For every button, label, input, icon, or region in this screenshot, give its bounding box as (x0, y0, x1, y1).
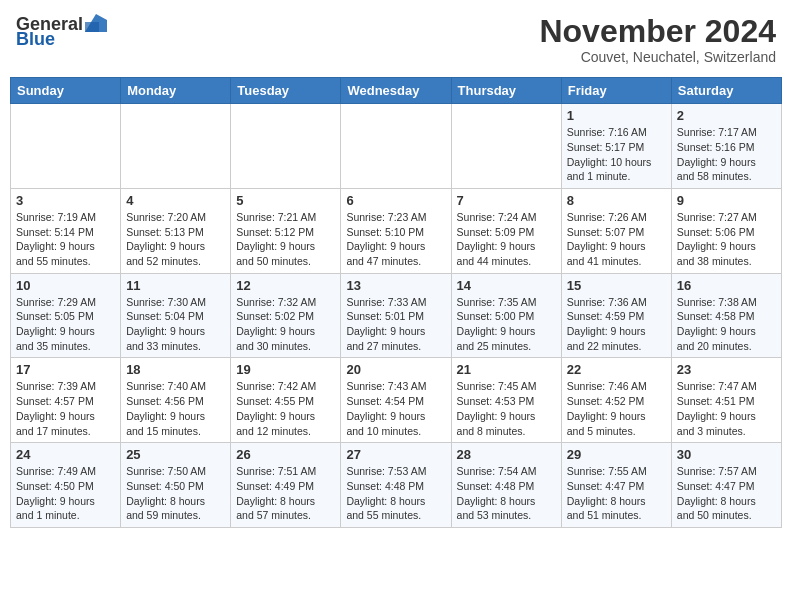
page-header: General Blue November 2024 Couvet, Neuch… (10, 10, 782, 69)
weekday-header-sunday: Sunday (11, 78, 121, 104)
day-number: 14 (457, 278, 556, 293)
day-info: Sunrise: 7:53 AM Sunset: 4:48 PM Dayligh… (346, 464, 445, 523)
weekday-header-wednesday: Wednesday (341, 78, 451, 104)
calendar-header: SundayMondayTuesdayWednesdayThursdayFrid… (11, 78, 782, 104)
weekday-header-thursday: Thursday (451, 78, 561, 104)
calendar-cell: 8Sunrise: 7:26 AM Sunset: 5:07 PM Daylig… (561, 188, 671, 273)
weekday-header-tuesday: Tuesday (231, 78, 341, 104)
day-number: 18 (126, 362, 225, 377)
day-number: 3 (16, 193, 115, 208)
calendar-cell: 1Sunrise: 7:16 AM Sunset: 5:17 PM Daylig… (561, 104, 671, 189)
logo: General Blue (16, 14, 107, 50)
day-info: Sunrise: 7:46 AM Sunset: 4:52 PM Dayligh… (567, 379, 666, 438)
day-number: 6 (346, 193, 445, 208)
day-number: 12 (236, 278, 335, 293)
calendar-cell: 3Sunrise: 7:19 AM Sunset: 5:14 PM Daylig… (11, 188, 121, 273)
calendar-cell: 27Sunrise: 7:53 AM Sunset: 4:48 PM Dayli… (341, 443, 451, 528)
day-number: 16 (677, 278, 776, 293)
day-number: 11 (126, 278, 225, 293)
weekday-header-monday: Monday (121, 78, 231, 104)
day-number: 19 (236, 362, 335, 377)
calendar-cell (341, 104, 451, 189)
calendar-cell: 22Sunrise: 7:46 AM Sunset: 4:52 PM Dayli… (561, 358, 671, 443)
day-info: Sunrise: 7:38 AM Sunset: 4:58 PM Dayligh… (677, 295, 776, 354)
calendar-cell: 23Sunrise: 7:47 AM Sunset: 4:51 PM Dayli… (671, 358, 781, 443)
calendar-week-5: 24Sunrise: 7:49 AM Sunset: 4:50 PM Dayli… (11, 443, 782, 528)
calendar-week-4: 17Sunrise: 7:39 AM Sunset: 4:57 PM Dayli… (11, 358, 782, 443)
day-number: 8 (567, 193, 666, 208)
day-number: 15 (567, 278, 666, 293)
calendar-cell: 5Sunrise: 7:21 AM Sunset: 5:12 PM Daylig… (231, 188, 341, 273)
day-info: Sunrise: 7:24 AM Sunset: 5:09 PM Dayligh… (457, 210, 556, 269)
day-number: 28 (457, 447, 556, 462)
day-number: 9 (677, 193, 776, 208)
calendar-cell: 24Sunrise: 7:49 AM Sunset: 4:50 PM Dayli… (11, 443, 121, 528)
logo-icon (85, 14, 107, 32)
day-info: Sunrise: 7:57 AM Sunset: 4:47 PM Dayligh… (677, 464, 776, 523)
day-number: 27 (346, 447, 445, 462)
calendar-cell: 19Sunrise: 7:42 AM Sunset: 4:55 PM Dayli… (231, 358, 341, 443)
day-number: 25 (126, 447, 225, 462)
calendar-cell (121, 104, 231, 189)
calendar-cell: 9Sunrise: 7:27 AM Sunset: 5:06 PM Daylig… (671, 188, 781, 273)
calendar-cell (231, 104, 341, 189)
calendar-cell: 18Sunrise: 7:40 AM Sunset: 4:56 PM Dayli… (121, 358, 231, 443)
day-info: Sunrise: 7:35 AM Sunset: 5:00 PM Dayligh… (457, 295, 556, 354)
day-info: Sunrise: 7:49 AM Sunset: 4:50 PM Dayligh… (16, 464, 115, 523)
calendar-cell: 4Sunrise: 7:20 AM Sunset: 5:13 PM Daylig… (121, 188, 231, 273)
weekday-header-row: SundayMondayTuesdayWednesdayThursdayFrid… (11, 78, 782, 104)
day-info: Sunrise: 7:42 AM Sunset: 4:55 PM Dayligh… (236, 379, 335, 438)
day-info: Sunrise: 7:51 AM Sunset: 4:49 PM Dayligh… (236, 464, 335, 523)
day-number: 2 (677, 108, 776, 123)
month-title: November 2024 (539, 14, 776, 49)
calendar-cell: 20Sunrise: 7:43 AM Sunset: 4:54 PM Dayli… (341, 358, 451, 443)
calendar-cell: 2Sunrise: 7:17 AM Sunset: 5:16 PM Daylig… (671, 104, 781, 189)
calendar-cell: 30Sunrise: 7:57 AM Sunset: 4:47 PM Dayli… (671, 443, 781, 528)
day-info: Sunrise: 7:17 AM Sunset: 5:16 PM Dayligh… (677, 125, 776, 184)
calendar-table: SundayMondayTuesdayWednesdayThursdayFrid… (10, 77, 782, 528)
calendar-cell: 11Sunrise: 7:30 AM Sunset: 5:04 PM Dayli… (121, 273, 231, 358)
day-info: Sunrise: 7:36 AM Sunset: 4:59 PM Dayligh… (567, 295, 666, 354)
day-info: Sunrise: 7:54 AM Sunset: 4:48 PM Dayligh… (457, 464, 556, 523)
day-info: Sunrise: 7:19 AM Sunset: 5:14 PM Dayligh… (16, 210, 115, 269)
day-info: Sunrise: 7:33 AM Sunset: 5:01 PM Dayligh… (346, 295, 445, 354)
calendar-cell: 25Sunrise: 7:50 AM Sunset: 4:50 PM Dayli… (121, 443, 231, 528)
day-info: Sunrise: 7:26 AM Sunset: 5:07 PM Dayligh… (567, 210, 666, 269)
day-info: Sunrise: 7:50 AM Sunset: 4:50 PM Dayligh… (126, 464, 225, 523)
calendar-cell: 29Sunrise: 7:55 AM Sunset: 4:47 PM Dayli… (561, 443, 671, 528)
calendar-cell: 16Sunrise: 7:38 AM Sunset: 4:58 PM Dayli… (671, 273, 781, 358)
calendar-week-2: 3Sunrise: 7:19 AM Sunset: 5:14 PM Daylig… (11, 188, 782, 273)
day-info: Sunrise: 7:39 AM Sunset: 4:57 PM Dayligh… (16, 379, 115, 438)
calendar-body: 1Sunrise: 7:16 AM Sunset: 5:17 PM Daylig… (11, 104, 782, 528)
calendar-cell: 15Sunrise: 7:36 AM Sunset: 4:59 PM Dayli… (561, 273, 671, 358)
calendar-cell: 17Sunrise: 7:39 AM Sunset: 4:57 PM Dayli… (11, 358, 121, 443)
calendar-week-3: 10Sunrise: 7:29 AM Sunset: 5:05 PM Dayli… (11, 273, 782, 358)
day-info: Sunrise: 7:32 AM Sunset: 5:02 PM Dayligh… (236, 295, 335, 354)
day-number: 5 (236, 193, 335, 208)
day-info: Sunrise: 7:27 AM Sunset: 5:06 PM Dayligh… (677, 210, 776, 269)
day-number: 17 (16, 362, 115, 377)
calendar-cell: 7Sunrise: 7:24 AM Sunset: 5:09 PM Daylig… (451, 188, 561, 273)
day-info: Sunrise: 7:47 AM Sunset: 4:51 PM Dayligh… (677, 379, 776, 438)
day-number: 23 (677, 362, 776, 377)
weekday-header-friday: Friday (561, 78, 671, 104)
svg-marker-1 (85, 22, 99, 32)
day-info: Sunrise: 7:40 AM Sunset: 4:56 PM Dayligh… (126, 379, 225, 438)
day-number: 22 (567, 362, 666, 377)
day-number: 7 (457, 193, 556, 208)
day-info: Sunrise: 7:23 AM Sunset: 5:10 PM Dayligh… (346, 210, 445, 269)
day-number: 24 (16, 447, 115, 462)
calendar-cell: 10Sunrise: 7:29 AM Sunset: 5:05 PM Dayli… (11, 273, 121, 358)
day-number: 4 (126, 193, 225, 208)
day-info: Sunrise: 7:21 AM Sunset: 5:12 PM Dayligh… (236, 210, 335, 269)
calendar-cell: 6Sunrise: 7:23 AM Sunset: 5:10 PM Daylig… (341, 188, 451, 273)
calendar-cell (11, 104, 121, 189)
calendar-cell: 12Sunrise: 7:32 AM Sunset: 5:02 PM Dayli… (231, 273, 341, 358)
day-info: Sunrise: 7:55 AM Sunset: 4:47 PM Dayligh… (567, 464, 666, 523)
day-number: 21 (457, 362, 556, 377)
day-info: Sunrise: 7:43 AM Sunset: 4:54 PM Dayligh… (346, 379, 445, 438)
calendar-cell (451, 104, 561, 189)
day-info: Sunrise: 7:45 AM Sunset: 4:53 PM Dayligh… (457, 379, 556, 438)
day-number: 1 (567, 108, 666, 123)
title-area: November 2024 Couvet, Neuchatel, Switzer… (539, 14, 776, 65)
